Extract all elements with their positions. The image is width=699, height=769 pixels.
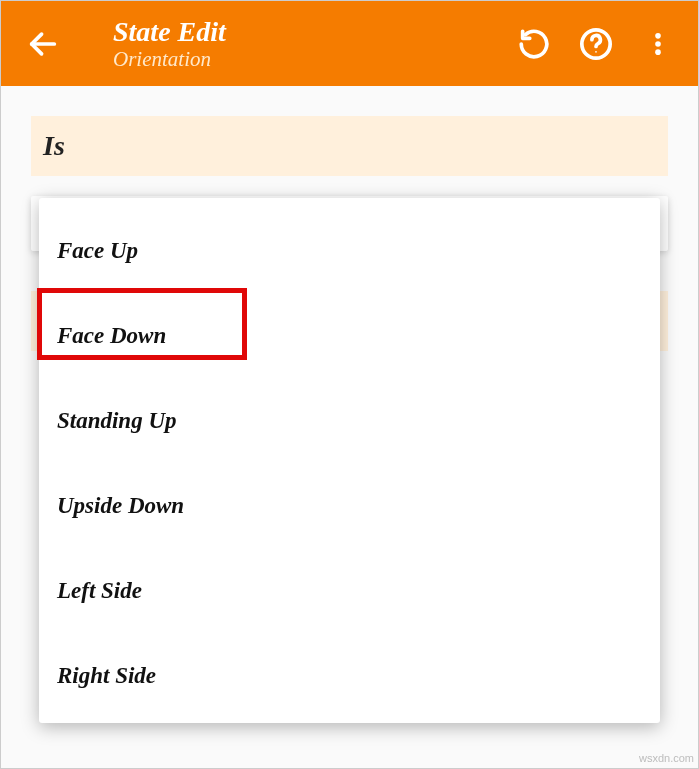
orientation-dropdown: Face Up Face Down Standing Up Upside Dow… — [39, 198, 660, 723]
page-subtitle: Orientation — [113, 47, 516, 71]
help-icon — [579, 27, 613, 61]
dropdown-item-label: Face Up — [57, 238, 138, 264]
help-button[interactable] — [578, 26, 614, 62]
svg-point-3 — [655, 33, 661, 39]
dropdown-item-left-side[interactable]: Left Side — [39, 548, 660, 633]
appbar-actions — [516, 26, 686, 62]
svg-point-4 — [655, 41, 661, 47]
undo-icon — [517, 27, 551, 61]
back-button[interactable] — [13, 27, 73, 61]
section-label-is: Is — [31, 116, 668, 176]
dropdown-item-label: Upside Down — [57, 493, 184, 519]
dropdown-item-standing-up[interactable]: Standing Up — [39, 378, 660, 463]
overflow-menu-button[interactable] — [640, 26, 676, 62]
svg-point-5 — [655, 49, 661, 55]
undo-button[interactable] — [516, 26, 552, 62]
appbar: State Edit Orientation — [1, 1, 698, 86]
watermark: wsxdn.com — [639, 752, 694, 764]
dropdown-item-label: Left Side — [57, 578, 142, 604]
dropdown-item-label: Face Down — [57, 323, 166, 349]
appbar-titles: State Edit Orientation — [73, 16, 516, 70]
more-vert-icon — [644, 27, 672, 61]
dropdown-item-label: Standing Up — [57, 408, 177, 434]
arrow-back-icon — [26, 27, 60, 61]
dropdown-item-face-up[interactable]: Face Up — [39, 208, 660, 293]
dropdown-item-label: Right Side — [57, 663, 156, 689]
page-title: State Edit — [113, 16, 516, 48]
dropdown-item-upside-down[interactable]: Upside Down — [39, 463, 660, 548]
dropdown-item-face-down[interactable]: Face Down — [39, 293, 660, 378]
svg-point-2 — [595, 50, 597, 52]
dropdown-item-right-side[interactable]: Right Side — [39, 633, 660, 718]
section-label-text: Is — [43, 130, 65, 162]
